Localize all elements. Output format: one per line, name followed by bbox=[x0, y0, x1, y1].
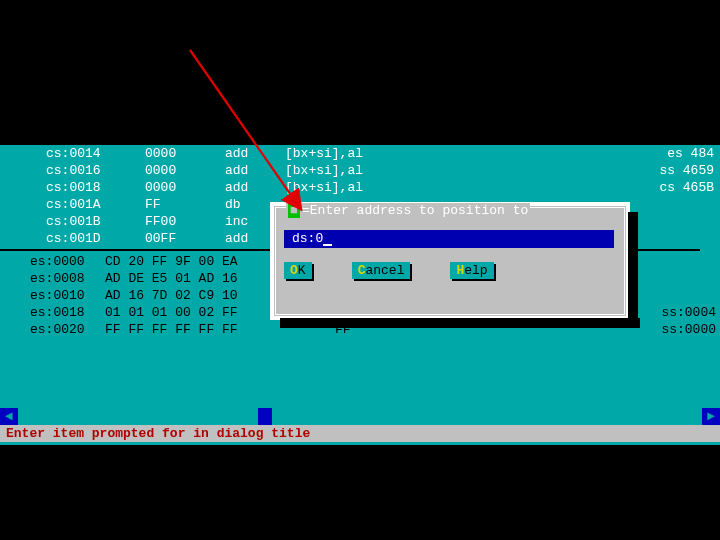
address-input[interactable]: ds:0 bbox=[284, 230, 614, 248]
reg-cs: cs 465B bbox=[659, 179, 720, 196]
operands: [bx+si],al bbox=[285, 145, 667, 162]
dialog-button-row: OK Cancel Help bbox=[284, 262, 494, 279]
dialog-shadow-right bbox=[628, 212, 638, 324]
disasm-row: cs:0018 0000 add [bx+si],al cs 465B bbox=[0, 179, 720, 196]
dialog-title-text: =Enter address to position to bbox=[302, 203, 528, 218]
horizontal-scrollbar[interactable]: ◄ ► bbox=[0, 408, 720, 425]
address-input-value: ds:0 bbox=[292, 231, 323, 246]
scroll-right-icon[interactable]: ► bbox=[702, 408, 720, 425]
ok-button[interactable]: OK bbox=[284, 262, 312, 279]
reg-ss: ss 4659 bbox=[659, 162, 720, 179]
mnemonic: add bbox=[225, 145, 285, 162]
goto-address-dialog: ■ =Enter address to position to ds:0 OK … bbox=[270, 202, 630, 320]
reg-es: es 484 bbox=[667, 145, 720, 162]
disasm-row: cs:0016 0000 add [bx+si],al ss 4659 bbox=[0, 162, 720, 179]
cancel-button[interactable]: Cancel bbox=[352, 262, 411, 279]
bytes: 0000 bbox=[145, 145, 225, 162]
scroll-thumb[interactable] bbox=[258, 408, 272, 425]
dialog-frame bbox=[275, 207, 625, 315]
text-cursor-icon bbox=[323, 244, 332, 246]
disasm-row: cs:0014 0000 add [bx+si],al es 484 bbox=[0, 145, 720, 162]
dialog-shadow-bottom bbox=[280, 318, 640, 328]
addr: cs:0014 bbox=[0, 145, 145, 162]
close-icon[interactable]: ■ bbox=[288, 204, 300, 218]
scroll-left-icon[interactable]: ◄ bbox=[0, 408, 18, 425]
dialog-title: ■ =Enter address to position to bbox=[286, 203, 530, 218]
scroll-track[interactable] bbox=[18, 408, 702, 425]
help-button[interactable]: Help bbox=[450, 262, 493, 279]
status-bar: Enter item prompted for in dialog title bbox=[0, 425, 720, 442]
